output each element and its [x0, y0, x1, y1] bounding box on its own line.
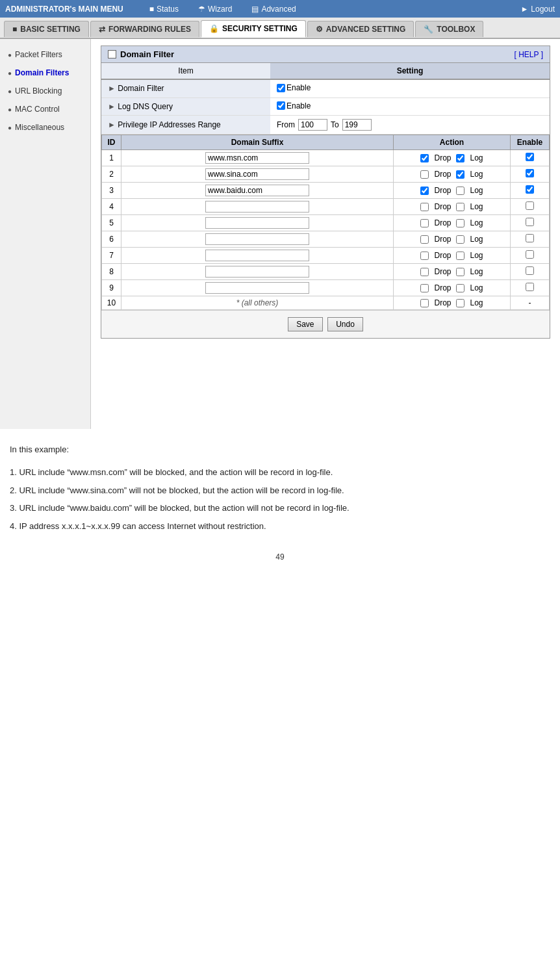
tab-toolbox[interactable]: 🔧 TOOLBOX	[415, 21, 483, 37]
enable-checkbox[interactable]	[526, 169, 534, 177]
suffix-input[interactable]	[205, 217, 309, 229]
suffix-input[interactable]	[205, 233, 309, 245]
cell-enable[interactable]	[511, 199, 550, 215]
drop-checkbox[interactable]	[420, 187, 429, 195]
cell-suffix[interactable]	[121, 231, 394, 248]
enable-checkbox[interactable]	[526, 283, 534, 291]
col-enable-header: Enable	[511, 135, 550, 150]
log-checkbox[interactable]	[456, 284, 465, 292]
log-dns-enable[interactable]: Enable	[277, 101, 311, 110]
log-label: Log	[470, 298, 483, 307]
cell-enable[interactable]	[511, 150, 550, 166]
cell-suffix[interactable]	[121, 264, 394, 280]
log-checkbox[interactable]	[456, 187, 465, 195]
drop-checkbox[interactable]	[420, 154, 429, 162]
tab-security[interactable]: 🔒 SECURITY SETTING	[201, 20, 306, 38]
enable-checkbox[interactable]	[526, 218, 534, 226]
log-checkbox[interactable]	[456, 219, 465, 227]
cell-enable[interactable]	[511, 248, 550, 264]
cell-enable[interactable]	[511, 215, 550, 231]
tab-basic[interactable]: ■ BASIC SETTING	[4, 21, 89, 37]
ip-from-input[interactable]	[298, 119, 327, 131]
cell-enable[interactable]	[511, 183, 550, 199]
log-label: Log	[470, 153, 483, 162]
enable-checkbox[interactable]	[526, 266, 534, 275]
drop-checkbox[interactable]	[420, 299, 429, 307]
drop-label: Drop	[434, 267, 451, 276]
help-link[interactable]: [ HELP ]	[515, 50, 543, 59]
cell-suffix[interactable]	[121, 199, 394, 215]
enable-checkbox[interactable]	[526, 201, 534, 210]
drop-checkbox[interactable]	[420, 170, 429, 179]
description-section: In this example: 1. URL include “www.msn…	[0, 429, 560, 546]
suffix-input[interactable]	[205, 250, 309, 261]
suffix-input[interactable]	[205, 266, 309, 278]
log-label: Log	[470, 251, 483, 260]
cell-enable[interactable]	[511, 264, 550, 280]
log-checkbox[interactable]	[456, 299, 465, 307]
undo-button[interactable]: Undo	[327, 317, 363, 331]
table-row: 7DropLog	[102, 248, 550, 264]
nav-wizard[interactable]: ☂ Wizard	[198, 5, 232, 14]
drop-checkbox[interactable]	[420, 252, 429, 260]
cell-enable[interactable]	[511, 231, 550, 248]
enable-checkbox[interactable]	[526, 153, 534, 161]
suffix-input[interactable]	[205, 152, 309, 164]
sidebar-item-packet-filters[interactable]: ● Packet Filters	[0, 45, 90, 64]
suffix-input[interactable]	[205, 168, 309, 180]
cell-suffix[interactable]	[121, 183, 394, 199]
top-nav: ADMINISTRATOR's MAIN MENU ■ Status ☂ Wiz…	[0, 0, 560, 18]
drop-checkbox[interactable]	[420, 219, 429, 227]
save-button[interactable]: Save	[288, 317, 322, 331]
panel-title: Domain Filter	[108, 49, 174, 59]
suffix-input[interactable]	[205, 185, 309, 196]
wizard-icon: ☂	[198, 5, 205, 14]
tab-advanced-setting[interactable]: ⚙ ADVANCED SETTING	[307, 21, 414, 37]
cell-id: 8	[102, 264, 121, 280]
suffix-input[interactable]	[205, 201, 309, 213]
ip-to-input[interactable]	[342, 119, 372, 131]
nav-logout[interactable]: ► Logout	[520, 5, 555, 14]
sidebar-item-domain-filters[interactable]: ● Domain Filters	[0, 64, 90, 82]
cell-suffix[interactable]	[121, 166, 394, 183]
button-row: Save Undo	[101, 310, 550, 338]
tab-forwarding[interactable]: ⇄ FORWARDING RULES	[90, 21, 199, 37]
log-dns-checkbox[interactable]	[277, 101, 285, 110]
cell-enable[interactable]	[511, 166, 550, 183]
cell-suffix[interactable]	[121, 215, 394, 231]
domain-filter-checkbox[interactable]	[277, 84, 285, 92]
suffix-input[interactable]	[205, 282, 309, 294]
enable-checkbox[interactable]	[526, 185, 534, 194]
cell-suffix[interactable]	[121, 150, 394, 166]
log-checkbox[interactable]	[456, 170, 465, 179]
log-checkbox[interactable]	[456, 203, 465, 211]
log-checkbox[interactable]	[456, 268, 465, 276]
drop-checkbox[interactable]	[420, 235, 429, 244]
sidebar-item-mac-control[interactable]: ● MAC Control	[0, 100, 90, 118]
col-item-header: Item	[101, 63, 270, 79]
page-number: 49	[0, 546, 560, 568]
drop-checkbox[interactable]	[420, 284, 429, 292]
cell-suffix[interactable]	[121, 280, 394, 296]
table-row: 10* (all others)DropLog-	[102, 296, 550, 310]
domain-filter-enable[interactable]: Enable	[277, 83, 311, 92]
log-checkbox[interactable]	[456, 154, 465, 162]
cell-suffix[interactable]: * (all others)	[121, 296, 394, 310]
sidebar-item-url-blocking[interactable]: ● URL Blocking	[0, 82, 90, 100]
log-checkbox[interactable]	[456, 252, 465, 260]
drop-label: Drop	[434, 153, 451, 162]
drop-checkbox[interactable]	[420, 203, 429, 211]
enable-checkbox[interactable]	[526, 250, 534, 259]
log-checkbox[interactable]	[456, 235, 465, 244]
cell-id: 10	[102, 296, 121, 310]
nav-status[interactable]: ■ Status	[149, 5, 179, 14]
sidebar-item-miscellaneous[interactable]: ● Miscellaneous	[0, 118, 90, 136]
drop-checkbox[interactable]	[420, 268, 429, 276]
enable-checkbox[interactable]	[526, 234, 534, 242]
cell-enable[interactable]	[511, 280, 550, 296]
log-label: Log	[470, 186, 483, 195]
cell-suffix[interactable]	[121, 248, 394, 264]
advanced-icon: ▤	[251, 5, 259, 14]
bullet-icon: ●	[8, 51, 12, 58]
nav-advanced[interactable]: ▤ Advanced	[251, 5, 296, 14]
